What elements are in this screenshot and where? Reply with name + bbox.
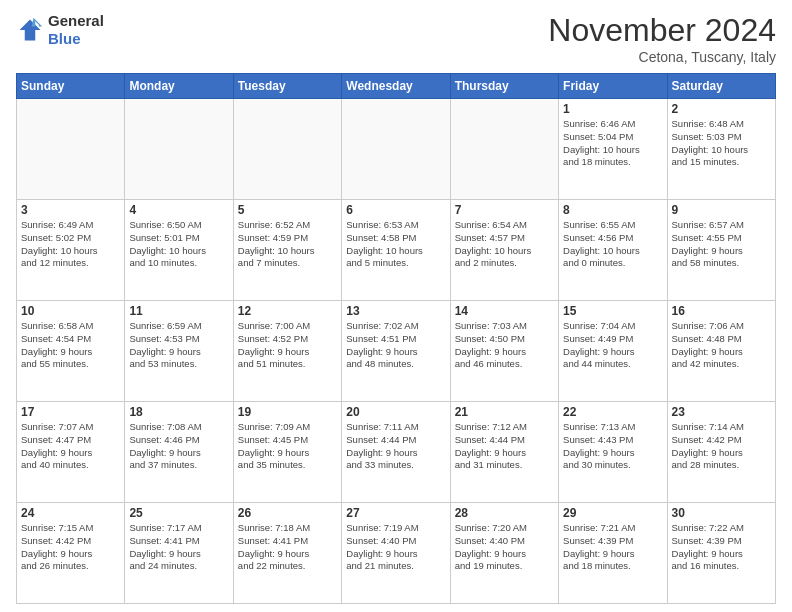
day-info: Sunrise: 7:08 AMSunset: 4:46 PMDaylight:… xyxy=(129,421,228,472)
calendar-cell: 26Sunrise: 7:18 AMSunset: 4:41 PMDayligh… xyxy=(233,503,341,604)
calendar-cell: 23Sunrise: 7:14 AMSunset: 4:42 PMDayligh… xyxy=(667,402,775,503)
calendar: SundayMondayTuesdayWednesdayThursdayFrid… xyxy=(16,73,776,604)
day-number: 16 xyxy=(672,304,771,318)
calendar-cell: 8Sunrise: 6:55 AMSunset: 4:56 PMDaylight… xyxy=(559,200,667,301)
day-info: Sunrise: 7:03 AMSunset: 4:50 PMDaylight:… xyxy=(455,320,554,371)
day-number: 5 xyxy=(238,203,337,217)
day-number: 26 xyxy=(238,506,337,520)
calendar-cell: 24Sunrise: 7:15 AMSunset: 4:42 PMDayligh… xyxy=(17,503,125,604)
svg-marker-1 xyxy=(32,18,43,27)
calendar-week-4: 17Sunrise: 7:07 AMSunset: 4:47 PMDayligh… xyxy=(17,402,776,503)
day-number: 4 xyxy=(129,203,228,217)
calendar-cell: 18Sunrise: 7:08 AMSunset: 4:46 PMDayligh… xyxy=(125,402,233,503)
calendar-cell xyxy=(17,99,125,200)
day-info: Sunrise: 6:48 AMSunset: 5:03 PMDaylight:… xyxy=(672,118,771,169)
page: General Blue November 2024 Cetona, Tusca… xyxy=(0,0,792,612)
day-info: Sunrise: 7:13 AMSunset: 4:43 PMDaylight:… xyxy=(563,421,662,472)
day-info: Sunrise: 6:53 AMSunset: 4:58 PMDaylight:… xyxy=(346,219,445,270)
calendar-cell: 14Sunrise: 7:03 AMSunset: 4:50 PMDayligh… xyxy=(450,301,558,402)
day-info: Sunrise: 7:15 AMSunset: 4:42 PMDaylight:… xyxy=(21,522,120,573)
day-info: Sunrise: 6:52 AMSunset: 4:59 PMDaylight:… xyxy=(238,219,337,270)
day-info: Sunrise: 7:21 AMSunset: 4:39 PMDaylight:… xyxy=(563,522,662,573)
day-info: Sunrise: 6:55 AMSunset: 4:56 PMDaylight:… xyxy=(563,219,662,270)
weekday-header-sunday: Sunday xyxy=(17,74,125,99)
day-info: Sunrise: 7:09 AMSunset: 4:45 PMDaylight:… xyxy=(238,421,337,472)
calendar-cell: 2Sunrise: 6:48 AMSunset: 5:03 PMDaylight… xyxy=(667,99,775,200)
logo-icon xyxy=(16,16,44,44)
calendar-cell: 27Sunrise: 7:19 AMSunset: 4:40 PMDayligh… xyxy=(342,503,450,604)
day-info: Sunrise: 7:11 AMSunset: 4:44 PMDaylight:… xyxy=(346,421,445,472)
day-info: Sunrise: 7:19 AMSunset: 4:40 PMDaylight:… xyxy=(346,522,445,573)
day-number: 29 xyxy=(563,506,662,520)
weekday-header-thursday: Thursday xyxy=(450,74,558,99)
day-number: 28 xyxy=(455,506,554,520)
day-info: Sunrise: 7:02 AMSunset: 4:51 PMDaylight:… xyxy=(346,320,445,371)
calendar-cell: 30Sunrise: 7:22 AMSunset: 4:39 PMDayligh… xyxy=(667,503,775,604)
day-info: Sunrise: 6:50 AMSunset: 5:01 PMDaylight:… xyxy=(129,219,228,270)
day-info: Sunrise: 7:00 AMSunset: 4:52 PMDaylight:… xyxy=(238,320,337,371)
day-number: 24 xyxy=(21,506,120,520)
day-info: Sunrise: 7:12 AMSunset: 4:44 PMDaylight:… xyxy=(455,421,554,472)
calendar-cell: 25Sunrise: 7:17 AMSunset: 4:41 PMDayligh… xyxy=(125,503,233,604)
calendar-cell: 1Sunrise: 6:46 AMSunset: 5:04 PMDaylight… xyxy=(559,99,667,200)
day-number: 2 xyxy=(672,102,771,116)
calendar-cell: 6Sunrise: 6:53 AMSunset: 4:58 PMDaylight… xyxy=(342,200,450,301)
day-info: Sunrise: 6:49 AMSunset: 5:02 PMDaylight:… xyxy=(21,219,120,270)
day-number: 12 xyxy=(238,304,337,318)
weekday-header-tuesday: Tuesday xyxy=(233,74,341,99)
calendar-cell: 3Sunrise: 6:49 AMSunset: 5:02 PMDaylight… xyxy=(17,200,125,301)
day-number: 6 xyxy=(346,203,445,217)
day-number: 3 xyxy=(21,203,120,217)
day-number: 21 xyxy=(455,405,554,419)
calendar-cell: 7Sunrise: 6:54 AMSunset: 4:57 PMDaylight… xyxy=(450,200,558,301)
day-number: 17 xyxy=(21,405,120,419)
day-info: Sunrise: 7:17 AMSunset: 4:41 PMDaylight:… xyxy=(129,522,228,573)
weekday-header-row: SundayMondayTuesdayWednesdayThursdayFrid… xyxy=(17,74,776,99)
calendar-week-1: 1Sunrise: 6:46 AMSunset: 5:04 PMDaylight… xyxy=(17,99,776,200)
calendar-week-2: 3Sunrise: 6:49 AMSunset: 5:02 PMDaylight… xyxy=(17,200,776,301)
day-info: Sunrise: 6:54 AMSunset: 4:57 PMDaylight:… xyxy=(455,219,554,270)
month-title: November 2024 xyxy=(548,12,776,49)
calendar-cell: 16Sunrise: 7:06 AMSunset: 4:48 PMDayligh… xyxy=(667,301,775,402)
weekday-header-monday: Monday xyxy=(125,74,233,99)
calendar-cell: 13Sunrise: 7:02 AMSunset: 4:51 PMDayligh… xyxy=(342,301,450,402)
day-info: Sunrise: 7:04 AMSunset: 4:49 PMDaylight:… xyxy=(563,320,662,371)
day-number: 15 xyxy=(563,304,662,318)
calendar-cell: 28Sunrise: 7:20 AMSunset: 4:40 PMDayligh… xyxy=(450,503,558,604)
calendar-cell: 9Sunrise: 6:57 AMSunset: 4:55 PMDaylight… xyxy=(667,200,775,301)
day-number: 13 xyxy=(346,304,445,318)
calendar-cell: 11Sunrise: 6:59 AMSunset: 4:53 PMDayligh… xyxy=(125,301,233,402)
calendar-cell xyxy=(233,99,341,200)
weekday-header-saturday: Saturday xyxy=(667,74,775,99)
day-info: Sunrise: 6:46 AMSunset: 5:04 PMDaylight:… xyxy=(563,118,662,169)
day-number: 8 xyxy=(563,203,662,217)
day-number: 20 xyxy=(346,405,445,419)
day-info: Sunrise: 7:14 AMSunset: 4:42 PMDaylight:… xyxy=(672,421,771,472)
day-number: 1 xyxy=(563,102,662,116)
calendar-cell: 21Sunrise: 7:12 AMSunset: 4:44 PMDayligh… xyxy=(450,402,558,503)
calendar-cell xyxy=(342,99,450,200)
calendar-cell: 19Sunrise: 7:09 AMSunset: 4:45 PMDayligh… xyxy=(233,402,341,503)
calendar-cell: 17Sunrise: 7:07 AMSunset: 4:47 PMDayligh… xyxy=(17,402,125,503)
calendar-cell: 4Sunrise: 6:50 AMSunset: 5:01 PMDaylight… xyxy=(125,200,233,301)
day-info: Sunrise: 6:57 AMSunset: 4:55 PMDaylight:… xyxy=(672,219,771,270)
calendar-week-5: 24Sunrise: 7:15 AMSunset: 4:42 PMDayligh… xyxy=(17,503,776,604)
day-number: 25 xyxy=(129,506,228,520)
logo-text: General Blue xyxy=(48,12,104,48)
day-info: Sunrise: 7:06 AMSunset: 4:48 PMDaylight:… xyxy=(672,320,771,371)
day-number: 30 xyxy=(672,506,771,520)
day-number: 18 xyxy=(129,405,228,419)
weekday-header-wednesday: Wednesday xyxy=(342,74,450,99)
calendar-week-3: 10Sunrise: 6:58 AMSunset: 4:54 PMDayligh… xyxy=(17,301,776,402)
calendar-cell: 5Sunrise: 6:52 AMSunset: 4:59 PMDaylight… xyxy=(233,200,341,301)
day-number: 9 xyxy=(672,203,771,217)
day-number: 7 xyxy=(455,203,554,217)
day-number: 27 xyxy=(346,506,445,520)
title-block: November 2024 Cetona, Tuscany, Italy xyxy=(548,12,776,65)
day-info: Sunrise: 6:59 AMSunset: 4:53 PMDaylight:… xyxy=(129,320,228,371)
day-info: Sunrise: 7:20 AMSunset: 4:40 PMDaylight:… xyxy=(455,522,554,573)
calendar-cell: 29Sunrise: 7:21 AMSunset: 4:39 PMDayligh… xyxy=(559,503,667,604)
calendar-cell xyxy=(450,99,558,200)
calendar-cell: 10Sunrise: 6:58 AMSunset: 4:54 PMDayligh… xyxy=(17,301,125,402)
day-number: 14 xyxy=(455,304,554,318)
